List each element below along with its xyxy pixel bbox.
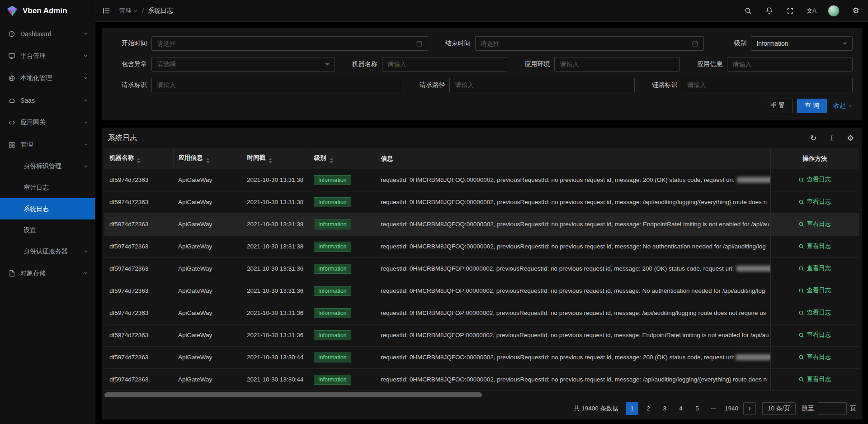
gateway-icon xyxy=(8,119,15,126)
column-header-machine-name[interactable]: 机器名称 xyxy=(104,148,173,169)
sort-icon[interactable] xyxy=(269,158,272,163)
table-panel: 系统日志 ↻ ⚙ 机器名称应用信息时间戳级别信息操作方法 xyxy=(102,128,862,419)
sidebar-item-object-storage[interactable]: 对象存储 xyxy=(0,262,95,284)
pagination-page-2[interactable]: 2 xyxy=(642,402,655,415)
trace-id-box[interactable] xyxy=(682,78,853,92)
sidebar-item-saas[interactable]: Saas xyxy=(0,89,95,111)
request-id-input[interactable] xyxy=(157,81,397,89)
view-log-button[interactable]: 查看日志 xyxy=(798,353,831,361)
view-log-button[interactable]: 查看日志 xyxy=(798,198,831,206)
next-page-button[interactable] xyxy=(743,402,756,415)
column-header-timestamp[interactable]: 时间戳 xyxy=(242,148,309,169)
cell-message: requestId: 0HMCRBM8JQFOP:00000002, previ… xyxy=(376,302,770,324)
level-select[interactable]: Information xyxy=(751,36,853,51)
notification-bell-icon[interactable] xyxy=(764,5,774,16)
page-size-select[interactable]: 10 条/页 xyxy=(762,402,796,415)
sidebar-item-gateway[interactable]: 应用网关 xyxy=(0,111,95,133)
query-button[interactable]: 查 询 xyxy=(797,99,827,113)
trace-id-input[interactable] xyxy=(687,81,847,89)
end-time-picker[interactable] xyxy=(475,36,704,51)
view-log-button[interactable]: 查看日志 xyxy=(798,220,831,228)
column-header-level[interactable]: 级别 xyxy=(309,148,376,169)
jump-prefix-label: 跳至 xyxy=(802,405,814,413)
sidebar-item-identity[interactable]: 身份标识管理 xyxy=(0,156,95,177)
view-log-button[interactable]: 查看日志 xyxy=(798,286,831,295)
jump-page-input[interactable] xyxy=(818,402,847,415)
collapse-link[interactable]: 收起 xyxy=(833,102,853,110)
reset-button[interactable]: 重 置 xyxy=(763,99,793,113)
logo[interactable]: Vben Admin xyxy=(0,0,95,22)
app-info-box[interactable] xyxy=(727,57,853,71)
translate-icon[interactable]: 文A xyxy=(807,5,816,16)
app-env-input[interactable] xyxy=(560,61,675,68)
app-info-input[interactable] xyxy=(732,61,847,68)
sidebar-item-label: 审计日志 xyxy=(24,184,88,192)
column-header-app-info[interactable]: 应用信息 xyxy=(173,148,242,169)
scrollbar-thumb[interactable] xyxy=(104,392,482,397)
view-log-button[interactable]: 查看日志 xyxy=(798,264,831,272)
cell-level: Information xyxy=(309,280,376,302)
cell-machine-name: df5974d72363 xyxy=(104,368,173,391)
refresh-icon[interactable]: ↻ xyxy=(808,133,818,143)
user-avatar[interactable] xyxy=(828,5,840,17)
sidebar-item-platform[interactable]: 平台管理 xyxy=(0,45,95,67)
column-settings-gear-icon[interactable]: ⚙ xyxy=(845,133,855,143)
has-exception-select[interactable]: 请选择 xyxy=(151,57,335,71)
sidebar-item-localization[interactable]: 本地化管理 xyxy=(0,67,95,89)
sidebar-item-audit-logs[interactable]: 审计日志 xyxy=(0,177,95,198)
level-badge: Information xyxy=(314,353,351,362)
row-height-icon[interactable] xyxy=(827,133,837,143)
pagination-page-4[interactable]: 4 xyxy=(675,402,687,415)
settings-gear-icon[interactable]: ⚙ xyxy=(851,5,861,16)
cell-timestamp: 2021-10-30 13:31:38 xyxy=(242,235,309,257)
sidebar-item-auth-server[interactable]: 身份认证服务器 xyxy=(0,241,95,262)
fullscreen-icon[interactable] xyxy=(785,5,795,16)
sidebar-item-label: 身份认证服务器 xyxy=(24,248,78,256)
end-time-input[interactable] xyxy=(481,40,689,47)
view-log-label: 查看日志 xyxy=(807,242,831,250)
view-log-button[interactable]: 查看日志 xyxy=(798,176,831,184)
breadcrumb-parent[interactable]: 管理 xyxy=(119,7,138,15)
magnifier-icon xyxy=(798,221,804,227)
cell-level: Information xyxy=(309,235,376,257)
magnifier-icon xyxy=(798,266,804,272)
sidebar-item-dashboard[interactable]: Dashboard xyxy=(0,23,95,45)
view-log-button[interactable]: 查看日志 xyxy=(798,331,831,339)
view-log-button[interactable]: 查看日志 xyxy=(798,242,831,250)
sidebar-item-system-logs[interactable]: 系统日志 xyxy=(0,198,95,219)
sidebar-item-settings[interactable]: 设置 xyxy=(0,219,95,241)
filter-end-time: 结束时间 xyxy=(434,36,704,51)
pagination-page-1[interactable]: 1 xyxy=(626,402,638,415)
machine-name-input[interactable] xyxy=(387,61,502,68)
cell-app-info: ApiGateWay xyxy=(173,191,242,213)
pagination-page-3[interactable]: 3 xyxy=(658,402,671,415)
request-path-box[interactable] xyxy=(449,78,635,92)
table-toolbar-icons: ↻ ⚙ xyxy=(808,133,855,143)
view-log-button[interactable]: 查看日志 xyxy=(798,309,831,317)
sidebar-fold-icon[interactable] xyxy=(95,0,117,22)
pagination-page-1940[interactable]: 1940 xyxy=(723,402,740,415)
cell-level: Information xyxy=(309,346,376,368)
sort-icon[interactable] xyxy=(330,158,333,163)
search-icon[interactable] xyxy=(743,5,753,16)
end-time-label: 结束时间 xyxy=(434,39,471,48)
sidebar-item-manage[interactable]: 管理 xyxy=(0,133,95,156)
jump-to-page: 跳至 页 xyxy=(802,402,857,415)
app-env-box[interactable] xyxy=(554,57,680,71)
pagination-page-5[interactable]: 5 xyxy=(691,402,703,415)
table-title: 系统日志 xyxy=(108,133,137,143)
pagination-ellipsis[interactable]: ••• xyxy=(707,402,720,415)
request-id-box[interactable] xyxy=(151,78,402,92)
view-log-button[interactable]: 查看日志 xyxy=(798,375,831,383)
start-time-input[interactable] xyxy=(157,40,413,47)
view-log-label: 查看日志 xyxy=(807,309,831,317)
start-time-picker[interactable] xyxy=(151,36,428,51)
cell-actions: 查看日志 xyxy=(770,324,859,346)
request-path-label: 请求路径 xyxy=(409,81,445,89)
sort-icon[interactable] xyxy=(137,158,141,163)
sort-icon[interactable] xyxy=(206,158,210,163)
cell-machine-name: df5974d72363 xyxy=(104,257,173,280)
level-badge: Information xyxy=(314,330,351,340)
machine-name-box[interactable] xyxy=(382,57,508,71)
request-path-input[interactable] xyxy=(455,81,629,89)
